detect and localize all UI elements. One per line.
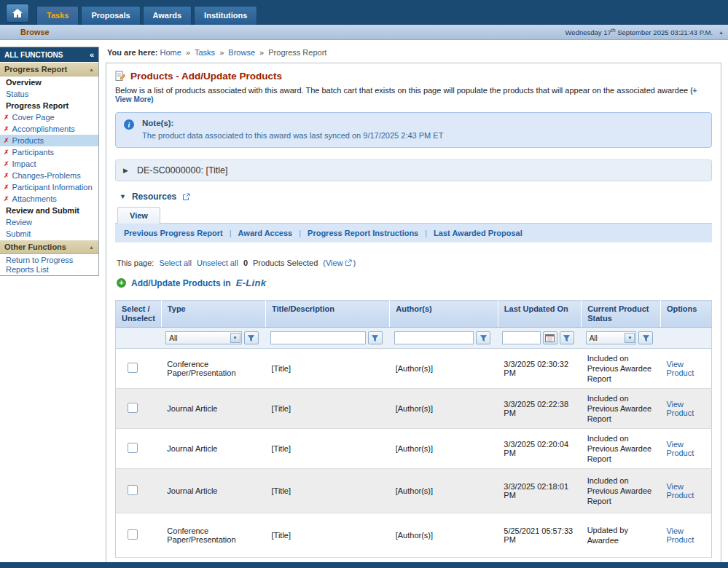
sidebar-item-progress-report[interactable]: Progress Report (0, 100, 98, 111)
home-button[interactable] (6, 4, 29, 23)
previous-progress-report-link[interactable]: Previous Progress Report (124, 229, 223, 237)
progress-report-instructions-link[interactable]: Progress Report Instructions (308, 229, 418, 237)
browse-menu-item[interactable]: Browse (20, 28, 50, 36)
tab-tasks[interactable]: Tasks (36, 6, 79, 25)
date-filter-button[interactable] (560, 331, 574, 344)
view-product-link[interactable]: View Product (666, 526, 694, 544)
pipe-separator: | (230, 229, 232, 237)
row-checkbox[interactable] (128, 529, 138, 540)
elink-logo[interactable]: E-Link (236, 277, 267, 288)
header-last-updated-on: Last Updated On (498, 301, 581, 328)
status-filter-value: All (590, 334, 598, 342)
type-filter-select[interactable]: All▼ (165, 331, 241, 344)
row-checkbox[interactable] (128, 363, 138, 373)
funnel-icon (563, 335, 570, 342)
status-filter-button[interactable] (638, 331, 653, 344)
filter-status-cell: All▼ (582, 328, 661, 349)
secondary-nav-bar: Browse Wednesday 17th September 2025 03:… (0, 25, 728, 40)
select-all-link[interactable]: Select all (159, 259, 192, 267)
sidebar-item-overview[interactable]: Overview (0, 76, 98, 88)
sidebar-item-return-to-progress-reports-list[interactable]: Return to Progress Reports List (0, 254, 98, 275)
sidebar-item-participants[interactable]: ✗Participants (0, 146, 98, 158)
options-cell: View Product (660, 513, 711, 558)
sidebar-item-label: Products (12, 136, 44, 146)
award-access-link[interactable]: Award Access (238, 229, 293, 237)
page-actions-row: This page: Select all Unselect all 0 Pro… (117, 259, 712, 267)
sidebar-item-submit[interactable]: Submit (0, 228, 98, 240)
breadcrumb-separator: » (259, 48, 264, 57)
sidebar-item-products[interactable]: ✗Products (0, 135, 98, 146)
filter-options-cell (660, 328, 711, 349)
product-updated: 3/3/2025 02:18:01 PM (504, 482, 568, 500)
breadcrumb-link-browse[interactable]: Browse (228, 48, 255, 57)
resources-accordion-header[interactable]: ▼ Resources (115, 187, 712, 206)
sidebar-item-review[interactable]: Review (0, 216, 98, 228)
title-filter-button[interactable] (368, 331, 383, 344)
award-accordion-header[interactable]: ▶ DE-SC0000000: [Title] (115, 159, 712, 181)
table-row: Journal Article [Title] [Author(s)] 3/3/… (116, 429, 712, 469)
collapse-bar-icon[interactable]: ▲ (719, 30, 724, 35)
view-product-link[interactable]: View Product (666, 440, 694, 457)
section-progress-report[interactable]: Progress Report ▲ (0, 62, 98, 76)
info-icon: i (124, 119, 134, 130)
tab-view[interactable]: View (117, 207, 160, 224)
breadcrumb-link-tasks[interactable]: Tasks (195, 48, 215, 57)
view-product-link[interactable]: View Product (666, 400, 694, 417)
product-updated: 5/25/2021 05:57:33 PM (504, 526, 573, 544)
view-selected-link[interactable]: (View) (323, 259, 356, 267)
view-product-link[interactable]: View Product (666, 482, 694, 500)
tab-awards[interactable]: Awards (143, 6, 192, 25)
tab-proposals[interactable]: Proposals (81, 6, 140, 25)
primary-tabs: Tasks Proposals Awards Institutions (36, 6, 257, 25)
section-collapse-icon: ▲ (89, 245, 94, 250)
row-checkbox[interactable] (128, 403, 138, 413)
sidebar-collapse-icon[interactable]: « (90, 50, 94, 59)
last-awarded-proposal-link[interactable]: Last Awarded Proposal (434, 229, 522, 237)
add-update-products-link[interactable]: Add/Update Products in (131, 278, 231, 288)
sidebar-item-impact[interactable]: ✗Impact (0, 158, 98, 170)
unselect-all-link[interactable]: Unselect all (197, 259, 238, 267)
product-title: [Title] (272, 404, 291, 413)
incomplete-x-icon: ✗ (4, 149, 9, 156)
calendar-icon (545, 334, 555, 342)
type-cell: Journal Article (161, 389, 265, 429)
select-arrow-icon: ▼ (625, 333, 635, 343)
sidebar-item-label: Return to Progress Reports List (6, 256, 73, 274)
sidebar-item-participant-information[interactable]: ✗Participant Information (0, 181, 98, 193)
section-other-functions[interactable]: Other Functions ▲ (0, 240, 98, 254)
calendar-button[interactable] (543, 331, 557, 344)
product-authors: [Author(s)] (396, 364, 433, 373)
note-text: The product data associated to this awar… (142, 131, 704, 140)
authors-filter-input[interactable] (394, 331, 474, 344)
type-filter-button[interactable] (244, 331, 259, 344)
view-product-link[interactable]: View Product (666, 360, 694, 377)
row-checkbox[interactable] (128, 485, 138, 495)
resources-section: ▼ Resources View Previous Progress Repor… (115, 187, 712, 253)
type-cell: Conference Paper/Presentation (161, 513, 265, 558)
date-filter-input[interactable] (502, 331, 540, 344)
header-title-description: Title/Description (266, 301, 390, 328)
table-row: Conference Paper/Presentation [Title] [A… (116, 349, 712, 389)
select-arrow-icon: ▼ (230, 333, 240, 343)
select-cell (116, 389, 162, 429)
sidebar-item-review-and-submit[interactable]: Review and Submit (0, 205, 98, 216)
sidebar-item-cover-page[interactable]: ✗Cover Page (0, 111, 98, 123)
sidebar-item-label: Participant Information (12, 183, 93, 192)
authors-cell: [Author(s)] (390, 513, 498, 558)
status-filter-select[interactable]: All▼ (586, 331, 637, 344)
authors-filter-button[interactable] (476, 331, 490, 344)
row-checkbox[interactable] (128, 443, 138, 453)
product-authors: [Author(s)] (396, 444, 433, 453)
main-content: You are here: Home » Tasks » Browse » Pr… (106, 47, 721, 568)
sidebar-item-label: Accomplishments (12, 125, 75, 134)
sidebar-item-accomplishments[interactable]: ✗Accomplishments (0, 123, 98, 135)
sidebar-item-changes-problems[interactable]: ✗Changes-Problems (0, 170, 98, 181)
sidebar-item-status[interactable]: Status (0, 88, 98, 100)
incomplete-x-icon: ✗ (4, 173, 9, 179)
sidebar-item-attachments[interactable]: ✗Attachments (0, 193, 98, 205)
title-filter-input[interactable] (270, 331, 366, 344)
breadcrumb-link-home[interactable]: Home (160, 48, 181, 57)
award-header-label: DE-SC0000000: [Title] (137, 165, 228, 175)
tab-institutions[interactable]: Institutions (194, 6, 257, 25)
page-title: Products - Add/Update Products (130, 71, 282, 82)
